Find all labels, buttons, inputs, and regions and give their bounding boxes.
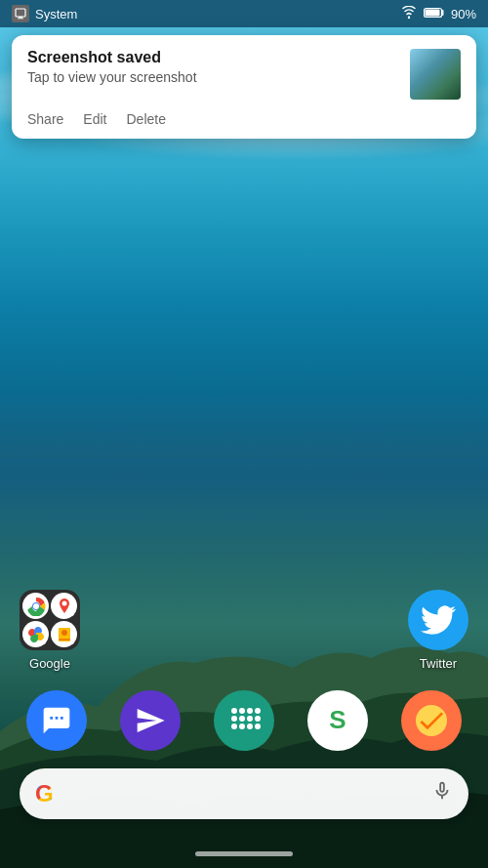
svg-point-11 [61,600,66,605]
notification-title: Screenshot saved [27,49,398,66]
system-icon [12,5,29,22]
app-item-slides[interactable]: S [307,690,368,751]
svg-point-24 [239,723,245,729]
battery-icon [424,5,445,22]
svg-point-23 [231,723,237,729]
google-label: Google [29,656,70,671]
svg-point-15 [61,630,67,636]
dots-icon [214,690,274,751]
notification-text-group: Screenshot saved Tap to view your screen… [27,49,398,85]
notification-subtitle: Tap to view your screenshot [27,69,398,85]
google-cluster-icon [20,590,80,650]
app-item-dots[interactable] [214,690,274,751]
svg-point-4 [408,16,410,18]
notification-top: Screenshot saved Tap to view your screen… [27,49,461,100]
status-bar: System 90% [0,0,488,27]
app-item-tasks[interactable] [401,690,462,751]
app-item-twitter[interactable]: Twitter [408,590,468,671]
tasks-icon [401,690,462,751]
app-item-direct[interactable] [120,690,181,751]
keep-mini-icon [51,621,77,647]
photos-mini-icon [22,621,49,647]
wifi-icon [400,6,418,22]
send-icon [120,690,181,751]
search-bar[interactable]: G [20,768,468,819]
status-bar-right: 90% [400,5,476,22]
twitter-label: Twitter [420,656,457,671]
svg-point-26 [255,708,261,714]
battery-level: 90% [451,7,476,21]
svg-text:S: S [329,705,346,734]
home-indicator [195,851,293,856]
apps-container: Google Twitter [0,590,488,751]
notification-card[interactable]: Screenshot saved Tap to view your screen… [12,35,476,139]
status-bar-left: System [12,5,77,22]
share-button[interactable]: Share [27,111,63,127]
svg-point-17 [231,708,237,714]
svg-rect-1 [16,9,25,17]
microphone-icon[interactable] [431,780,453,807]
svg-rect-6 [425,10,439,17]
app-item-google[interactable]: Google [20,590,80,671]
svg-point-20 [231,716,237,722]
svg-rect-16 [59,639,70,641]
app-item-messages[interactable] [26,690,87,751]
chrome-mini-icon [22,593,49,619]
svg-point-27 [255,716,261,722]
delete-button[interactable]: Delete [126,111,165,127]
google-g-logo: G [35,780,54,807]
twitter-icon [408,590,468,650]
system-label: System [35,7,77,21]
svg-point-19 [247,708,253,714]
svg-point-31 [416,705,447,736]
messages-icon [26,690,87,751]
svg-point-22 [247,716,253,722]
svg-rect-3 [18,19,23,20]
svg-point-28 [255,723,261,729]
slides-icon: S [307,690,368,751]
app-row-bottom: S [0,690,488,751]
svg-point-21 [239,716,245,722]
notification-actions: Share Edit Delete [27,111,461,127]
svg-point-25 [247,723,253,729]
svg-point-18 [239,708,245,714]
svg-point-9 [33,603,39,609]
maps-mini-icon [51,593,77,619]
svg-rect-2 [19,17,22,19]
notification-thumbnail [410,49,461,100]
app-row-top: Google Twitter [0,590,488,671]
edit-button[interactable]: Edit [83,111,106,127]
